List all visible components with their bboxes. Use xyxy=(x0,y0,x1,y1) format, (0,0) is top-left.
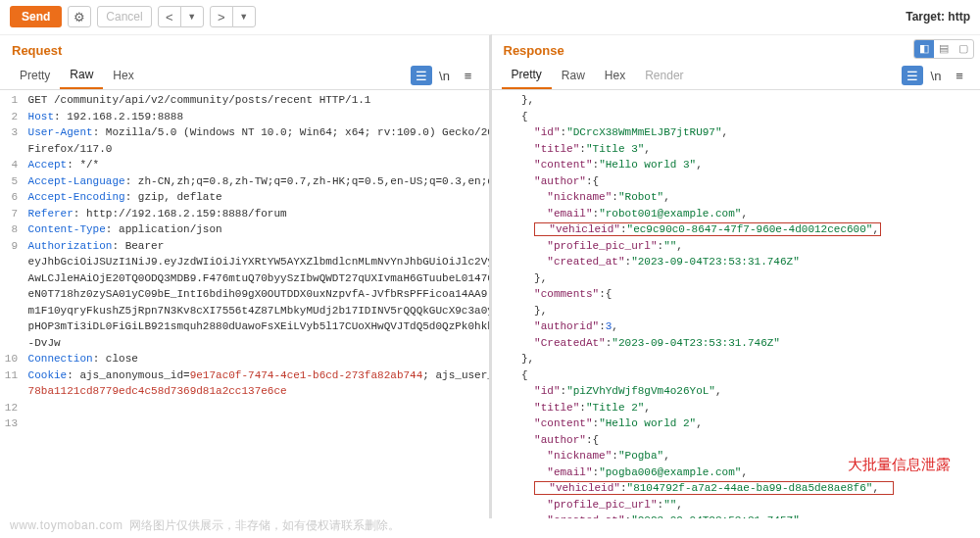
annotation-text: 大批量信息泄露 xyxy=(848,454,951,476)
cancel-button[interactable]: Cancel xyxy=(97,6,151,27)
history-dropdown[interactable]: ▼ xyxy=(180,6,204,27)
footer-watermark: www.toymoban.com 网络图片仅供展示，非存储，如有侵权请联系删除。 xyxy=(10,517,400,534)
tab-raw-res[interactable]: Raw xyxy=(552,63,595,88)
layout-toggle[interactable]: ◧ ▤ ▢ xyxy=(913,39,974,59)
wrap-icon[interactable]: \n xyxy=(434,66,456,85)
forward-dropdown[interactable]: ▼ xyxy=(232,6,256,27)
back-button[interactable]: < xyxy=(158,6,181,27)
tab-hex-res[interactable]: Hex xyxy=(595,63,635,88)
layout-split-icon[interactable]: ◧ xyxy=(914,40,934,58)
forward-button[interactable]: > xyxy=(210,6,233,27)
history-nav: < ▼ xyxy=(158,6,204,27)
pretty-toggle-icon[interactable]: ☰ xyxy=(411,66,432,85)
forward-nav: > ▼ xyxy=(210,6,256,27)
layout-single-icon[interactable]: ▢ xyxy=(954,40,973,58)
request-title: Request xyxy=(0,35,489,62)
menu-icon[interactable]: ≡ xyxy=(458,66,479,85)
tab-pretty-req[interactable]: Pretty xyxy=(10,63,60,88)
tab-render-res[interactable]: Render xyxy=(635,63,693,88)
tab-pretty-res[interactable]: Pretty xyxy=(502,62,552,89)
response-title: Response xyxy=(492,35,576,62)
send-button[interactable]: Send xyxy=(10,6,62,27)
menu-icon-res[interactable]: ≡ xyxy=(949,66,970,85)
tab-raw-req[interactable]: Raw xyxy=(60,62,103,89)
target-label: Target: http xyxy=(906,10,970,24)
wrap-icon-res[interactable]: \n xyxy=(925,66,947,85)
tab-hex-req[interactable]: Hex xyxy=(103,63,143,88)
settings-icon[interactable]: ⚙ xyxy=(68,6,91,27)
request-body[interactable]: 1 GET /community/api/v2/community/posts/… xyxy=(0,90,489,518)
response-body[interactable]: }, { "id":"DCrcX38WmMmELJB7jtRU97", "tit… xyxy=(492,90,981,518)
pretty-toggle-icon-res[interactable]: ☰ xyxy=(902,66,923,85)
layout-stack-icon[interactable]: ▤ xyxy=(934,40,954,58)
